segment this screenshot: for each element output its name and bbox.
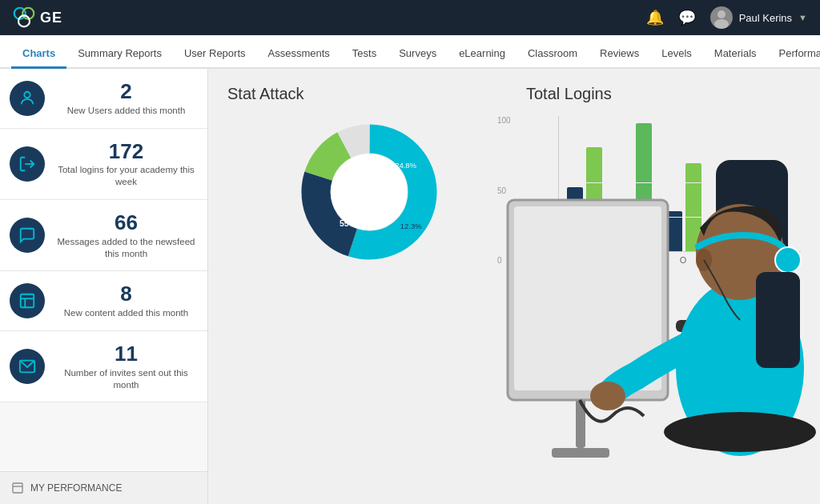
- bar-labels-row: Jun Jul O: [558, 252, 801, 265]
- nav-item-summary-reports[interactable]: Summary Reports: [66, 40, 173, 69]
- chevron-down-icon: ▼: [798, 13, 807, 22]
- stat-label-new-users: New Users added this month: [67, 105, 186, 117]
- stat-number-invites: 11: [115, 342, 138, 366]
- donut-label-55: 55%: [339, 219, 356, 228]
- stat-card-new-users[interactable]: 2 New Users added this month: [0, 69, 207, 129]
- nav-item-charts[interactable]: Charts: [11, 40, 66, 69]
- stat-label-invites: Number of invites sent out this month: [54, 367, 198, 391]
- bar-chart: 0 50 100: [526, 116, 801, 276]
- donut-label-24: 24.8%: [395, 161, 416, 170]
- svg-point-5: [24, 92, 30, 98]
- bar-label-jul: Jul: [616, 255, 651, 265]
- svg-point-4: [714, 19, 729, 29]
- user-icon: [10, 81, 45, 116]
- nav-item-materials[interactable]: Materials: [703, 40, 768, 69]
- nav-item-classroom[interactable]: Classroom: [517, 40, 589, 69]
- gridline: [559, 182, 801, 183]
- donut-label-12: 12.3%: [400, 222, 421, 230]
- svg-rect-7: [21, 294, 34, 308]
- chart-area: Stat Attack 24.8% 12.: [208, 69, 820, 504]
- bar-chart-inner: [558, 116, 801, 252]
- stat-text-invites: 11 Number of invites sent out this month: [54, 342, 198, 390]
- stat-number-new-users: 2: [120, 80, 131, 103]
- stat-card-invites[interactable]: 11 Number of invites sent out this month: [0, 331, 207, 402]
- bar-label-jun: Jun: [566, 255, 601, 265]
- stat-label-logins: Total logins for your academy this week: [54, 164, 198, 188]
- logo-icon: [13, 6, 35, 29]
- logo-text: GE: [40, 10, 62, 26]
- stat-attack-title: Stat Attack: [227, 85, 502, 103]
- legend-dot-dark: [526, 271, 536, 281]
- login-icon: [10, 146, 45, 182]
- stat-number-logins: 172: [109, 140, 143, 163]
- stat-card-messages[interactable]: 66 Messages added to the newsfeed this m…: [0, 200, 207, 271]
- nav-item-reviews[interactable]: Reviews: [589, 40, 650, 69]
- bar-o-green: [685, 163, 701, 251]
- content-icon: [10, 283, 45, 318]
- bell-icon[interactable]: 🔔: [646, 9, 664, 26]
- message-icon: [10, 218, 45, 253]
- user-menu[interactable]: Paul Kerins ▼: [710, 6, 807, 29]
- bar-jun-dark: [567, 187, 583, 251]
- nav-item-user-reports[interactable]: User Reports: [173, 40, 257, 69]
- bar-label-o: O: [665, 255, 701, 265]
- svg-point-3: [718, 10, 726, 18]
- stat-text-messages: 66 Messages added to the newsfeed this m…: [54, 211, 198, 259]
- stat-attack-section: Stat Attack 24.8% 12.: [227, 85, 502, 488]
- main-content: 2 New Users added this month 172 Total l…: [0, 69, 820, 504]
- my-performance-section[interactable]: MY PERFORMANCE: [0, 471, 207, 504]
- gridline: [559, 217, 801, 218]
- bar-group-o: [666, 163, 701, 251]
- bar-jun-green: [586, 147, 602, 251]
- stat-label-messages: Messages added to the newsfeed this mont…: [54, 236, 198, 260]
- legend-item-lasty: Last Y...: [526, 271, 570, 281]
- stat-text-new-users: 2 New Users added this month: [54, 80, 198, 117]
- stat-number-messages: 66: [115, 211, 138, 234]
- stat-card-logins[interactable]: 172 Total logins for your academy this w…: [0, 129, 207, 200]
- bar-jul-brightgreen: [636, 123, 652, 251]
- stat-number-content: 8: [120, 282, 131, 306]
- svg-rect-11: [13, 483, 22, 493]
- nav-item-levels[interactable]: Levels: [650, 40, 703, 69]
- legend-label-lasty: Last Y...: [539, 271, 570, 281]
- email-icon: [10, 349, 45, 384]
- nav-item-performance-centre[interactable]: Performance Centre: [768, 40, 820, 69]
- nav-item-elearning[interactable]: eLearning: [448, 40, 517, 69]
- top-bar: GE 🔔 💬 Paul Kerins ▼: [0, 0, 820, 35]
- stat-text-logins: 172 Total logins for your academy this w…: [54, 140, 198, 188]
- bar-group-jul: [617, 123, 652, 251]
- bar-group-jun: [567, 147, 602, 251]
- chart-legend: Last Y...: [526, 271, 801, 281]
- donut-svg: 24.8% 12.3% 55%: [293, 116, 445, 268]
- y-labels: 0 50 100: [497, 116, 511, 265]
- total-logins-title: Total Logins: [526, 85, 801, 103]
- chat-icon[interactable]: 💬: [678, 9, 696, 26]
- nav-item-assessments[interactable]: Assessments: [257, 40, 341, 69]
- bar-jul-dark: [617, 219, 633, 251]
- user-name: Paul Kerins: [739, 12, 792, 24]
- sub-nav: Charts Summary Reports User Reports Asse…: [0, 35, 820, 69]
- logo-area: GE: [13, 6, 62, 29]
- nav-item-surveys[interactable]: Surveys: [388, 40, 448, 69]
- donut-chart: 24.8% 12.3% 55%: [293, 116, 437, 260]
- performance-icon: [11, 482, 24, 494]
- total-logins-section: Total Logins 0 50 100: [526, 85, 801, 488]
- sidebar: 2 New Users added this month 172 Total l…: [0, 69, 208, 504]
- stat-card-content[interactable]: 8 New content added this month: [0, 271, 207, 331]
- stat-text-content: 8 New content added this month: [54, 282, 198, 319]
- avatar: [710, 6, 733, 29]
- top-right-area: 🔔 💬 Paul Kerins ▼: [646, 6, 807, 29]
- my-performance-label: MY PERFORMANCE: [30, 482, 122, 494]
- stat-label-content: New content added this month: [64, 307, 188, 319]
- nav-item-tests[interactable]: Tests: [341, 40, 388, 69]
